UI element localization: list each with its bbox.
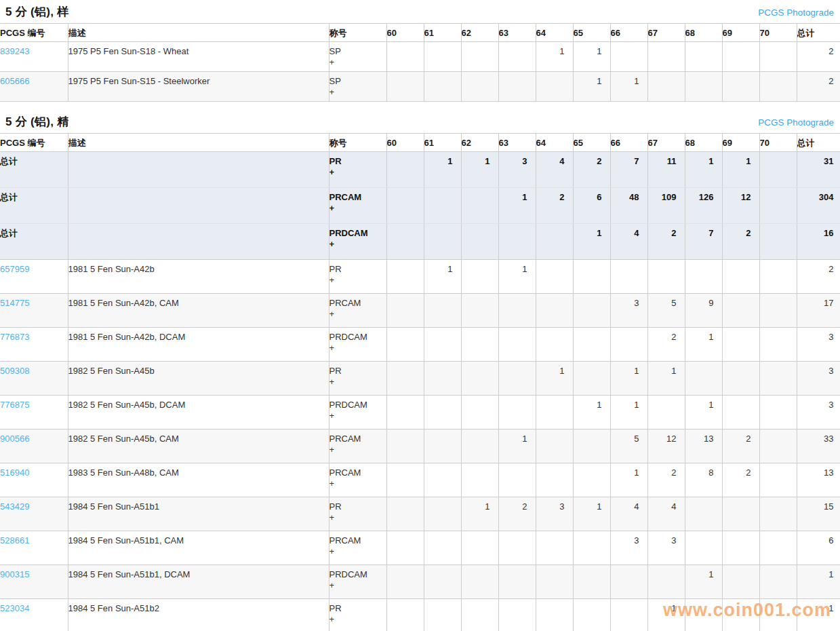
grade-count-cell (386, 260, 424, 294)
grade-count-cell (536, 224, 573, 260)
pcgs-number-link[interactable]: 657959 (0, 264, 29, 274)
designation-plus: + (329, 239, 386, 250)
designation-plus: + (329, 377, 386, 387)
designation-cell: PRCAM+ (329, 188, 386, 224)
grade-count-cell (722, 362, 759, 396)
column-header-grade: 69 (722, 134, 759, 152)
grade-count-cell (536, 72, 573, 102)
designation-cell: PR+ (329, 362, 386, 396)
column-header-grade: 67 (647, 24, 685, 42)
column-header-grade: 70 (759, 134, 797, 152)
grade-count-cell: 2 (573, 152, 610, 188)
pcgs-number-link[interactable]: 776875 (0, 400, 29, 410)
grade-count-cell: 12 (647, 429, 685, 463)
total-row: 总计PRDCAM+1427216 (0, 224, 840, 260)
grade-count-cell: 5 (610, 429, 647, 463)
grade-count-cell (498, 463, 536, 497)
grade-count-cell (424, 599, 461, 631)
column-header-desc: 描述 (68, 24, 329, 42)
grade-count-cell: 1 (685, 152, 722, 188)
grade-count-cell (424, 565, 461, 599)
designation-cell: SP+ (329, 42, 386, 72)
grade-count-cell: 48 (610, 188, 647, 224)
grade-count-cell (536, 599, 573, 631)
designation-text: SP (329, 46, 386, 57)
grade-count-cell (536, 531, 573, 565)
population-table: PCGS 编号描述称号6061626364656667686970总计83924… (0, 23, 840, 102)
header-row: PCGS 编号描述称号6061626364656667686970总计 (0, 134, 840, 152)
pcgs-number-link[interactable]: 516940 (0, 467, 29, 478)
grade-count-cell (461, 294, 498, 328)
pcgs-photograde-link[interactable]: PCGS Photograde (758, 7, 834, 18)
grade-count-cell: 1 (424, 152, 461, 188)
designation-plus: + (329, 546, 386, 557)
column-header-grade: 70 (759, 24, 797, 42)
column-header-grade: 60 (386, 24, 424, 42)
pcgs-number-link[interactable]: 543429 (0, 501, 29, 512)
pcgs-number-link[interactable]: 514775 (0, 298, 29, 308)
grade-count-cell (424, 42, 461, 72)
pcgs-number-link[interactable]: 900566 (0, 434, 29, 444)
column-header-grade: 61 (424, 24, 461, 42)
designation-plus: + (329, 343, 386, 353)
pcgs-number-link[interactable]: 528661 (0, 535, 29, 546)
description-cell: 1982 5 Fen Sun-A45b (68, 362, 329, 396)
designation-cell: PRDCAM+ (329, 565, 386, 599)
designation-cell: PRDCAM+ (329, 224, 386, 260)
grade-count-cell (759, 294, 797, 328)
column-header-grade: 64 (536, 134, 573, 152)
grade-count-cell: 1 (685, 565, 722, 599)
description-cell: 1984 5 Fen Sun-A51b2 (68, 599, 329, 631)
pcgs-population-page: 5 分 (铝), 样PCGS PhotogradePCGS 编号描述称号6061… (0, 0, 840, 631)
total-row: 总计PR+113427111131 (0, 152, 840, 188)
designation-cell: PRCAM+ (329, 429, 386, 463)
column-header-grade: 67 (647, 134, 685, 152)
pcgs-number-cell: 605666 (0, 72, 68, 102)
row-total-cell: 33 (797, 429, 840, 463)
pcgs-number-link[interactable]: 900315 (0, 569, 29, 579)
grade-count-cell (722, 396, 759, 429)
designation-plus: + (329, 410, 386, 421)
grade-count-cell (759, 260, 797, 294)
grade-count-cell (536, 463, 573, 497)
grade-count-cell (461, 565, 498, 599)
column-header-grade: 69 (722, 24, 759, 42)
grade-count-cell (424, 224, 461, 260)
pcgs-photograde-link[interactable]: PCGS Photograde (758, 117, 834, 128)
grade-count-cell (610, 565, 647, 599)
pcgs-number-cell: 657959 (0, 260, 68, 294)
pop-section: 5 分 (铝), 精PCGS PhotogradePCGS 编号描述称号6061… (0, 110, 840, 631)
pcgs-number-link[interactable]: 523034 (0, 603, 29, 613)
pcgs-number-link[interactable]: 839243 (0, 46, 29, 56)
table-row: 5230341984 5 Fen Sun-A51b2PR+11 (0, 599, 840, 631)
description-cell (68, 188, 329, 224)
designation-cell: PR+ (329, 497, 386, 531)
table-row: 9005661982 5 Fen Sun-A45b, CAMPRCAM+1512… (0, 429, 840, 463)
grade-count-cell (759, 42, 797, 72)
grade-count-cell (722, 328, 759, 362)
description-cell: 1983 5 Fen Sun-A48b, CAM (68, 463, 329, 497)
population-table: PCGS 编号描述称号6061626364656667686970总计总计PR+… (0, 133, 840, 631)
pcgs-number-link[interactable]: 509308 (0, 366, 29, 376)
grade-count-cell (759, 463, 797, 497)
row-total-cell: 3 (797, 362, 840, 396)
table-row: 5147751981 5 Fen Sun-A42b, CAMPRCAM+3591… (0, 294, 840, 328)
grade-count-cell (722, 42, 759, 72)
grade-count-cell (685, 42, 722, 72)
grade-count-cell: 1 (685, 396, 722, 429)
pcgs-number-cell: 776873 (0, 328, 68, 362)
grade-count-cell (647, 565, 685, 599)
grade-count-cell: 3 (536, 497, 573, 531)
description-cell: 1981 5 Fen Sun-A42b (68, 260, 329, 294)
designation-text: PR (329, 603, 386, 614)
description-cell: 1981 5 Fen Sun-A42b, DCAM (68, 328, 329, 362)
designation-text: PR (329, 264, 386, 275)
table-row: 7768751982 5 Fen Sun-A45b, DCAMPRDCAM+11… (0, 396, 840, 429)
grade-count-cell (722, 72, 759, 102)
pcgs-number-link[interactable]: 776873 (0, 332, 29, 342)
pcgs-number-link[interactable]: 605666 (0, 76, 29, 86)
grade-count-cell (759, 188, 797, 224)
grade-count-cell (536, 260, 573, 294)
grade-count-cell: 2 (536, 188, 573, 224)
grade-count-cell (536, 565, 573, 599)
